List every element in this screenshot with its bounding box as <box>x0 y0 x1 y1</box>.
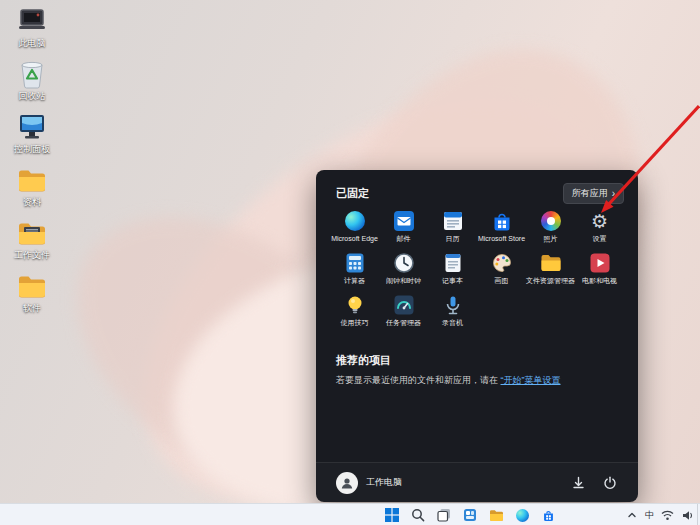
recycle-bin-icon <box>16 59 48 89</box>
task-manager-icon <box>393 294 415 316</box>
taskbar: 中 <box>0 503 700 525</box>
app-mail[interactable]: 邮件 <box>379 210 428 243</box>
app-voice-recorder[interactable]: 录音机 <box>428 294 477 327</box>
desktop-icon-folder-3[interactable]: 软件 <box>2 271 62 313</box>
app-paint[interactable]: 画图 <box>477 252 526 285</box>
app-microsoft-store[interactable]: Microsoft Store <box>477 210 526 243</box>
start-menu-header: 已固定 所有应用 › <box>336 183 624 204</box>
edge-icon <box>344 210 366 232</box>
app-label: 照片 <box>526 235 575 243</box>
taskbar-center-icons <box>384 504 556 525</box>
download-updates-icon[interactable] <box>570 475 586 491</box>
all-apps-label: 所有应用 <box>572 187 608 200</box>
chevron-right-icon: › <box>612 189 615 198</box>
taskbar-system-tray: 中 <box>625 504 694 525</box>
recommended-hint-text: 若要显示最近使用的文件和新应用，请在 <box>336 375 501 385</box>
this-pc-icon <box>16 6 48 36</box>
user-account-button[interactable]: 工作电脑 <box>336 472 402 494</box>
desktop-icon-control-panel[interactable]: 控制面板 <box>2 112 62 154</box>
folder-icon <box>16 165 48 195</box>
search-button[interactable] <box>410 507 426 523</box>
folder-with-files-icon <box>16 218 48 248</box>
app-label: 日历 <box>428 235 477 243</box>
desktop-icon-label: 软件 <box>2 303 62 313</box>
pinned-section-title: 已固定 <box>336 186 369 201</box>
app-label: Microsoft Edge <box>330 235 379 243</box>
ime-language-indicator[interactable]: 中 <box>645 509 654 522</box>
task-view-button[interactable] <box>436 507 452 523</box>
app-task-manager[interactable]: 任务管理器 <box>379 294 428 327</box>
app-photos[interactable]: 照片 <box>526 210 575 243</box>
lightbulb-icon <box>344 294 366 316</box>
app-label: 录音机 <box>428 319 477 327</box>
store-taskbar-button[interactable] <box>540 507 556 523</box>
file-explorer-icon <box>540 252 562 274</box>
file-explorer-button[interactable] <box>488 507 504 523</box>
user-name-label: 工作电脑 <box>366 476 402 489</box>
start-menu-footer: 工作电脑 <box>316 462 638 502</box>
app-label: 设置 <box>575 235 624 243</box>
all-apps-button[interactable]: 所有应用 › <box>563 183 624 204</box>
volume-icon[interactable] <box>681 509 694 522</box>
app-label: 使用技巧 <box>330 319 379 327</box>
app-label: Microsoft Store <box>477 235 526 243</box>
app-tips[interactable]: 使用技巧 <box>330 294 379 327</box>
app-label: 邮件 <box>379 235 428 243</box>
desktop-icon-this-pc[interactable]: 此电脑 <box>2 6 62 48</box>
app-notepad[interactable]: 记事本 <box>428 252 477 285</box>
microphone-icon <box>442 294 464 316</box>
folder-icon <box>16 271 48 301</box>
app-label: 文件资源管理器 <box>526 277 575 285</box>
notepad-icon <box>442 252 464 274</box>
app-label: 画图 <box>477 277 526 285</box>
tray-chevron-up-icon[interactable] <box>625 509 638 522</box>
monitor-icon <box>16 112 48 142</box>
desktop-screen: 此电脑 回收站 控制面板 <box>0 0 700 525</box>
user-avatar <box>336 472 358 494</box>
desktop-icon-label: 资料 <box>2 197 62 207</box>
store-icon <box>491 210 513 232</box>
recommended-hint: 若要显示最近使用的文件和新应用，请在 “开始”菜单设置 <box>336 374 561 387</box>
start-menu-footer-actions <box>570 475 618 491</box>
desktop-icon-label: 控制面板 <box>2 144 62 154</box>
app-alarms-clock[interactable]: 闹钟和时钟 <box>379 252 428 285</box>
calendar-icon <box>442 210 464 232</box>
desktop-icon-column: 此电脑 回收站 控制面板 <box>2 6 64 324</box>
start-menu: 已固定 所有应用 › Microsoft Edge 邮件 <box>316 170 638 502</box>
photos-icon <box>540 210 562 232</box>
desktop-icon-recycle-bin[interactable]: 回收站 <box>2 59 62 101</box>
widgets-button[interactable] <box>462 507 478 523</box>
start-settings-link[interactable]: “开始”菜单设置 <box>501 375 561 385</box>
app-movies-tv[interactable]: 电影和电视 <box>575 252 624 285</box>
app-settings[interactable]: ⚙ 设置 <box>575 210 624 243</box>
edge-taskbar-button[interactable] <box>514 507 530 523</box>
app-label: 闹钟和时钟 <box>379 277 428 285</box>
desktop-icon-folder-1[interactable]: 资料 <box>2 165 62 207</box>
pinned-app-grid: Microsoft Edge 邮件 <box>330 210 624 327</box>
app-calendar[interactable]: 日历 <box>428 210 477 243</box>
paint-palette-icon <box>491 252 513 274</box>
settings-gear-icon: ⚙ <box>589 210 611 232</box>
network-wifi-icon[interactable] <box>661 509 674 522</box>
desktop-icon-label: 回收站 <box>2 91 62 101</box>
desktop-icon-label: 工作文件 <box>2 250 62 260</box>
power-button[interactable] <box>602 475 618 491</box>
app-label: 计算器 <box>330 277 379 285</box>
app-label: 记事本 <box>428 277 477 285</box>
movies-tv-icon <box>589 252 611 274</box>
app-label: 任务管理器 <box>379 319 428 327</box>
app-calculator[interactable]: 计算器 <box>330 252 379 285</box>
desktop-icon-label: 此电脑 <box>2 38 62 48</box>
start-button[interactable] <box>384 507 400 523</box>
calculator-icon <box>344 252 366 274</box>
app-label: 电影和电视 <box>575 277 624 285</box>
mail-icon <box>393 210 415 232</box>
app-microsoft-edge[interactable]: Microsoft Edge <box>330 210 379 243</box>
clock-icon <box>393 252 415 274</box>
app-file-explorer[interactable]: 文件资源管理器 <box>526 252 575 285</box>
desktop-icon-folder-2[interactable]: 工作文件 <box>2 218 62 260</box>
recommended-section-title: 推荐的项目 <box>336 353 391 368</box>
